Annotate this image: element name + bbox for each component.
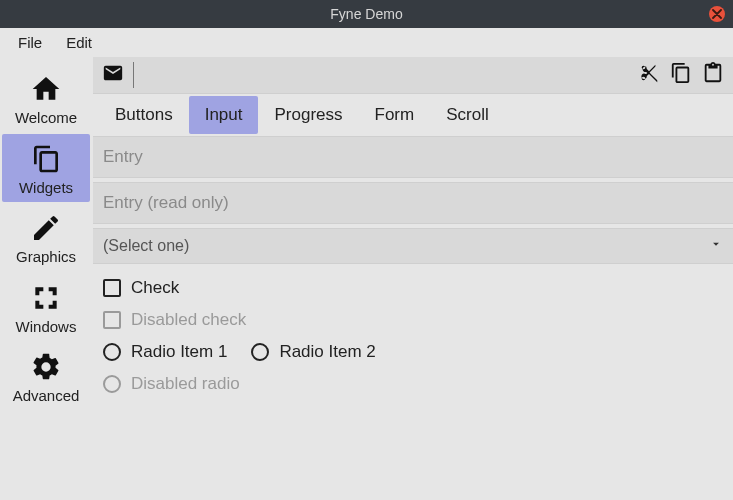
radio-item-2[interactable]: Radio Item 2 xyxy=(251,342,375,362)
tab-progress[interactable]: Progress xyxy=(258,96,358,134)
check-control[interactable]: Check xyxy=(103,278,179,298)
tab-input[interactable]: Input xyxy=(189,96,259,134)
toolbar-separator xyxy=(133,62,134,88)
radio1-label: Radio Item 1 xyxy=(131,342,227,362)
radio-icon xyxy=(251,343,269,361)
copy-icon xyxy=(670,62,692,88)
radio2-label: Radio Item 2 xyxy=(279,342,375,362)
toolbar-copy-button[interactable] xyxy=(667,61,695,89)
fullscreen-icon xyxy=(29,281,63,315)
menu-file[interactable]: File xyxy=(6,30,54,55)
checkbox-icon xyxy=(103,279,121,297)
radio-icon xyxy=(103,343,121,361)
menu-edit[interactable]: Edit xyxy=(54,30,104,55)
select-dropdown[interactable]: (Select one) xyxy=(93,228,733,264)
sidebar-item-windows[interactable]: Windows xyxy=(2,273,90,342)
sidebar-item-label: Widgets xyxy=(19,180,73,197)
chevron-down-icon xyxy=(709,237,723,255)
entry-row xyxy=(93,136,733,178)
sidebar-item-label: Graphics xyxy=(16,249,76,266)
mail-icon xyxy=(102,62,124,88)
toolbar-mail-button[interactable] xyxy=(99,61,127,89)
entry-input[interactable] xyxy=(103,147,723,167)
select-placeholder: (Select one) xyxy=(103,237,189,255)
sidebar: Welcome Widgets Graphics Windows Advance xyxy=(0,57,93,500)
radio-icon xyxy=(103,375,121,393)
copy-stack-icon xyxy=(29,142,63,176)
cut-icon xyxy=(638,62,660,88)
window-titlebar: Fyne Demo xyxy=(0,0,733,28)
paste-icon xyxy=(702,62,724,88)
sidebar-item-label: Windows xyxy=(16,319,77,336)
toolbar-cut-button[interactable] xyxy=(635,61,663,89)
entry-readonly: Entry (read only) xyxy=(103,193,229,213)
sidebar-item-graphics[interactable]: Graphics xyxy=(2,203,90,272)
disabled-radio-row: Disabled radio xyxy=(93,368,733,400)
toolbar-paste-button[interactable] xyxy=(699,61,727,89)
window-title: Fyne Demo xyxy=(330,6,402,22)
menubar: File Edit xyxy=(0,28,733,57)
tabs: Buttons Input Progress Form Scroll xyxy=(93,94,733,136)
main-panel: Buttons Input Progress Form Scroll Entry… xyxy=(93,57,733,500)
sidebar-item-label: Advanced xyxy=(13,388,80,405)
tab-scroll[interactable]: Scroll xyxy=(430,96,505,134)
tab-form[interactable]: Form xyxy=(359,96,431,134)
home-icon xyxy=(29,72,63,106)
tab-buttons[interactable]: Buttons xyxy=(99,96,189,134)
pencil-icon xyxy=(29,211,63,245)
check-label: Check xyxy=(131,278,179,298)
close-icon xyxy=(712,0,722,28)
sidebar-item-label: Welcome xyxy=(15,110,77,127)
radio-row: Radio Item 1 Radio Item 2 xyxy=(93,336,733,368)
sidebar-item-welcome[interactable]: Welcome xyxy=(2,64,90,133)
entry-readonly-row: Entry (read only) xyxy=(93,182,733,224)
disabled-check-row: Disabled check xyxy=(93,304,733,336)
radio-item-1[interactable]: Radio Item 1 xyxy=(103,342,227,362)
window-close-button[interactable] xyxy=(709,6,725,22)
sidebar-item-advanced[interactable]: Advanced xyxy=(2,342,90,411)
disabled-check-label: Disabled check xyxy=(131,310,246,330)
checkbox-icon xyxy=(103,311,121,329)
disabled-radio-control: Disabled radio xyxy=(103,374,240,394)
disabled-radio-label: Disabled radio xyxy=(131,374,240,394)
disabled-check-control: Disabled check xyxy=(103,310,246,330)
check-row: Check xyxy=(93,272,733,304)
sidebar-item-widgets[interactable]: Widgets xyxy=(2,134,90,203)
gear-icon xyxy=(29,350,63,384)
toolbar xyxy=(93,57,733,94)
